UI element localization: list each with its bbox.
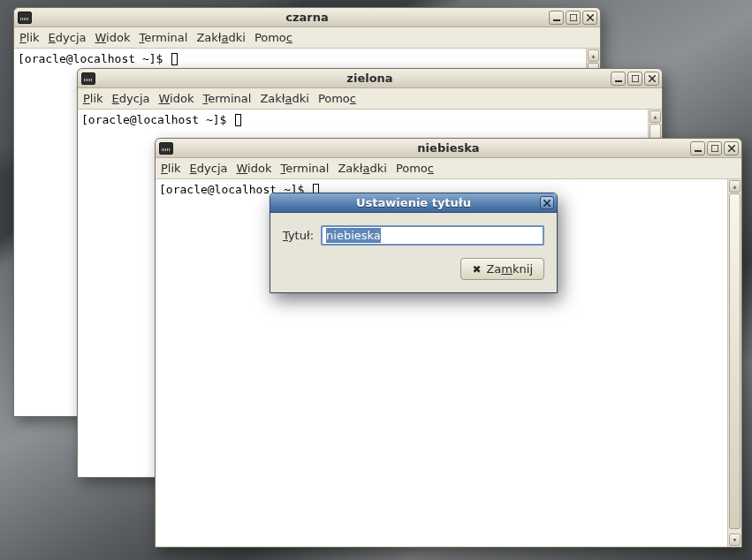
dialog-title: Ustawienie tytułu [270, 196, 557, 209]
scrollbar[interactable]: ▴ ▾ [727, 179, 741, 547]
menu-widok[interactable]: Widok [95, 31, 131, 44]
close-button[interactable] [644, 72, 659, 86]
menu-zakladki[interactable]: Zakładki [196, 31, 245, 44]
svg-rect-9 [711, 145, 718, 152]
menu-zakladki[interactable]: Zakładki [338, 162, 386, 175]
menu-edycja[interactable]: Edycja [49, 31, 87, 44]
close-button[interactable] [724, 141, 739, 155]
menu-terminal[interactable]: Terminal [202, 92, 251, 105]
svg-rect-8 [695, 150, 702, 152]
terminal-icon [81, 72, 95, 85]
menu-edycja[interactable]: Edycja [112, 92, 150, 105]
window-title: zielona [78, 72, 662, 85]
svg-rect-1 [570, 14, 577, 21]
titlebar[interactable]: czarna [14, 8, 600, 27]
prompt: [oracle@localhost ~]$ [18, 52, 170, 65]
svg-rect-5 [632, 75, 639, 82]
menu-plik[interactable]: Plik [83, 92, 103, 105]
cursor [235, 114, 241, 126]
menu-widok[interactable]: Widok [237, 162, 272, 175]
terminal-icon [159, 142, 173, 155]
menu-plik[interactable]: Plik [161, 162, 181, 175]
maximize-button[interactable] [627, 72, 642, 86]
minimize-button[interactable] [611, 72, 626, 86]
menubar: Plik Edycja Widok Terminal Zakładki Pomo… [14, 27, 600, 49]
scroll-up-button[interactable]: ▴ [729, 180, 741, 193]
menu-pomoc[interactable]: Pomoc [396, 162, 434, 175]
set-title-dialog[interactable]: Ustawienie tytułu Tytuł: niebieska ✖ Zam… [270, 193, 558, 293]
scroll-up-button[interactable]: ▴ [649, 110, 661, 123]
maximize-button[interactable] [566, 11, 581, 25]
menu-zakladki[interactable]: Zakładki [260, 92, 308, 105]
menubar: Plik Edycja Widok Terminal Zakładki Pomo… [156, 158, 741, 179]
cursor [171, 53, 178, 65]
dialog-close-button[interactable] [540, 196, 554, 209]
dialog-titlebar[interactable]: Ustawienie tytułu [270, 193, 557, 213]
menu-pomoc[interactable]: Pomoc [254, 31, 292, 44]
maximize-button[interactable] [707, 141, 722, 155]
svg-rect-4 [615, 80, 622, 82]
titlebar[interactable]: niebieska [156, 139, 741, 158]
scroll-thumb[interactable] [729, 193, 741, 529]
window-title: niebieska [156, 141, 741, 155]
title-label: Tytuł: [283, 229, 314, 242]
scroll-up-button[interactable]: ▴ [588, 49, 599, 62]
terminal-icon [18, 11, 32, 24]
minimize-button[interactable] [690, 141, 705, 155]
menu-pomoc[interactable]: Pomoc [318, 92, 356, 105]
minimize-button[interactable] [549, 11, 564, 25]
menu-plik[interactable]: Plik [19, 31, 40, 44]
scroll-down-button[interactable]: ▾ [729, 534, 741, 546]
title-input[interactable]: niebieska [321, 225, 544, 246]
zamknij-button[interactable]: ✖ Zamknij [460, 258, 544, 280]
menu-edycja[interactable]: Edycja [190, 162, 228, 175]
prompt: [oracle@localhost ~]$ [81, 113, 233, 126]
zamknij-label: Zamknij [486, 262, 533, 276]
menubar: Plik Edycja Widok Terminal Zakładki Pomo… [78, 88, 662, 110]
svg-rect-0 [553, 19, 560, 21]
menu-terminal[interactable]: Terminal [139, 31, 187, 44]
window-title: czarna [14, 11, 600, 24]
close-button[interactable] [582, 11, 597, 25]
close-icon: ✖ [472, 263, 481, 276]
menu-terminal[interactable]: Terminal [280, 162, 329, 175]
titlebar[interactable]: zielona [78, 69, 662, 88]
menu-widok[interactable]: Widok [159, 92, 194, 105]
